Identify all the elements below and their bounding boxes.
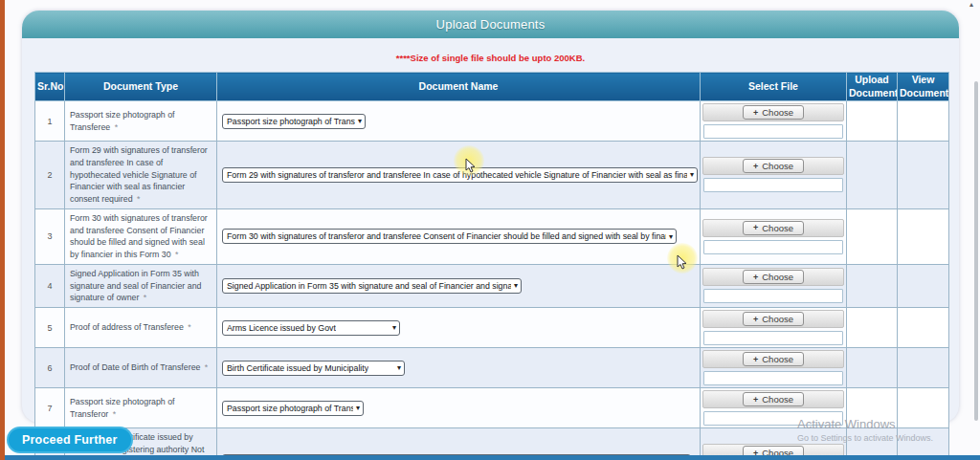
column-header-view-document: View Document	[898, 73, 949, 101]
left-accent-stripe	[0, 0, 5, 460]
file-name-input[interactable]	[703, 240, 843, 254]
table-row: 3Form 30 with signatures of transferor a…	[35, 208, 949, 264]
plus-icon: +	[753, 315, 758, 324]
document-type-label: Signed Application in Form 35 with signa…	[70, 268, 212, 304]
file-upload-widget: +Choose	[702, 310, 844, 328]
plus-icon: +	[753, 355, 758, 364]
plus-icon: +	[753, 273, 758, 282]
choose-file-button[interactable]: +Choose	[743, 105, 804, 120]
document-name-cell: Arms Licence issued by Govt▾	[217, 308, 701, 348]
select-file-cell: +Choose	[701, 348, 847, 388]
chevron-down-icon: ▾	[392, 323, 396, 332]
choose-file-button[interactable]: +Choose	[743, 392, 804, 406]
select-file-cell: +Choose	[701, 308, 847, 348]
table-row: 4Signed Application in Form 35 with sign…	[35, 264, 949, 307]
file-upload-widget: +Choose	[702, 219, 844, 237]
choose-file-button[interactable]: +Choose	[743, 159, 804, 173]
file-name-input[interactable]	[703, 331, 843, 345]
document-name-select[interactable]: Passport size photograph of Transferee▾	[222, 114, 366, 129]
selected-option-label: Form 29 with signatures of transferor an…	[227, 170, 687, 180]
table-row: 5Proof of address of Transferee *Arms Li…	[35, 308, 949, 348]
file-size-notice: ****Size of single file should be upto 2…	[22, 53, 959, 63]
document-name-select[interactable]: Birth Certificate issued by Municipality…	[222, 361, 405, 376]
plus-icon: +	[753, 162, 758, 171]
document-name-cell: Form 30 with signatures of transferor an…	[217, 208, 701, 264]
file-name-input[interactable]	[703, 371, 843, 385]
view-document-cell	[898, 264, 949, 307]
chevron-down-icon: ▾	[356, 404, 360, 412]
choose-file-button[interactable]: +Choose	[743, 352, 804, 366]
selected-option-label: Signed Application in Form 35 with signa…	[227, 281, 511, 291]
file-upload-widget: +Choose	[702, 157, 844, 175]
document-name-select[interactable]: Passport size photograph of Transferor▾	[222, 401, 364, 416]
document-type-cell: Proof of Date of Birth of Transferee *	[65, 348, 217, 388]
choose-button-label: Choose	[762, 161, 793, 171]
plus-icon: +	[753, 223, 758, 232]
choose-button-label: Choose	[762, 107, 793, 118]
document-table-body: 1Passport size photograph of Transferee …	[35, 101, 949, 460]
required-marker: *	[141, 293, 146, 302]
document-type-label: Form 30 with signatures of transferor an…	[70, 212, 212, 261]
scroll-up-arrow-icon[interactable]: ▴	[969, 0, 973, 9]
file-name-input[interactable]	[703, 124, 843, 139]
document-name-select[interactable]: Form 29 with signatures of transferor an…	[222, 167, 698, 183]
plus-icon: +	[753, 395, 758, 405]
view-document-cell	[898, 142, 949, 209]
srno-cell: 2	[35, 142, 65, 209]
document-name-cell: Passport size photograph of Transferee▾	[217, 101, 701, 142]
document-name-select[interactable]: Signed Application in Form 35 with signa…	[222, 278, 522, 294]
upload-document-cell	[847, 142, 898, 209]
table-row: 6Proof of Date of Birth of Transferee *B…	[35, 348, 949, 388]
upload-document-cell	[847, 264, 898, 307]
selected-option-label: Passport size photograph of Transferor	[227, 404, 353, 413]
document-name-select[interactable]: Arms Licence issued by Govt▾	[222, 320, 400, 336]
column-header-select-file: Select File	[701, 73, 847, 101]
table-row: 1Passport size photograph of Transferee …	[35, 101, 949, 142]
selected-option-label: Arms Licence issued by Govt	[227, 323, 336, 333]
required-marker: *	[173, 250, 179, 259]
choose-file-button[interactable]: +Choose	[743, 221, 804, 235]
choose-button-label: Choose	[762, 272, 793, 282]
view-document-cell	[898, 208, 949, 264]
watermark-line2: Go to Settings to activate Windows.	[797, 433, 933, 443]
document-type-cell: Signed Application in Form 35 with signa…	[65, 264, 217, 307]
file-upload-widget: +Choose	[702, 268, 844, 286]
choose-button-label: Choose	[762, 354, 793, 364]
view-document-cell	[898, 308, 949, 348]
document-type-label: Passport size photograph of Transferee *	[70, 109, 212, 134]
document-name-cell: Birth Certificate issued by Municipality…	[217, 348, 701, 388]
document-name-cell: Form 29 with signatures of transferor an…	[217, 142, 701, 209]
srno-cell: 4	[35, 264, 65, 307]
chevron-down-icon: ▾	[397, 363, 401, 372]
plus-icon: +	[753, 108, 758, 118]
document-name-cell: Passport size photograph of Transferor▾	[217, 388, 701, 428]
document-type-label: Form 29 with signatures of transferor an…	[70, 144, 212, 206]
required-marker: *	[202, 362, 208, 372]
select-file-cell: +Choose	[701, 208, 847, 264]
column-header-srno: Sr.No.	[35, 73, 65, 101]
select-file-cell: +Choose	[701, 142, 847, 209]
file-name-input[interactable]	[703, 289, 843, 303]
table-row: 2Form 29 with signatures of transferor a…	[35, 142, 949, 209]
file-name-input[interactable]	[703, 178, 843, 192]
select-file-cell: +Choose	[701, 264, 847, 307]
chevron-down-icon: ▾	[358, 117, 362, 125]
choose-file-button[interactable]: +Choose	[743, 312, 804, 326]
document-name-select[interactable]: Form 30 with signatures of transferor an…	[222, 229, 677, 244]
document-type-label: Passport size photograph of Transferor *	[70, 396, 212, 421]
selected-option-label: Form 30 with signatures of transferor an…	[227, 231, 666, 241]
upload-documents-panel: Upload Documents ****Size of single file…	[22, 11, 959, 423]
chevron-down-icon: ▾	[690, 170, 694, 179]
column-header-document-type: Document Type	[65, 73, 217, 101]
required-marker: *	[110, 409, 116, 419]
proceed-further-button[interactable]: Proceed Further	[7, 427, 133, 453]
srno-cell: 7	[35, 388, 65, 428]
selected-option-label: Birth Certificate issued by Municipality	[227, 363, 368, 373]
vertical-scrollbar[interactable]	[974, 81, 978, 421]
activate-windows-watermark: Activate Windows Go to Settings to activ…	[797, 417, 933, 443]
file-upload-widget: +Choose	[702, 103, 844, 121]
required-marker: *	[135, 194, 141, 204]
choose-file-button[interactable]: +Choose	[743, 270, 804, 284]
document-type-cell: Proof of address of Transferee *	[65, 308, 217, 348]
srno-cell: 6	[35, 348, 65, 388]
